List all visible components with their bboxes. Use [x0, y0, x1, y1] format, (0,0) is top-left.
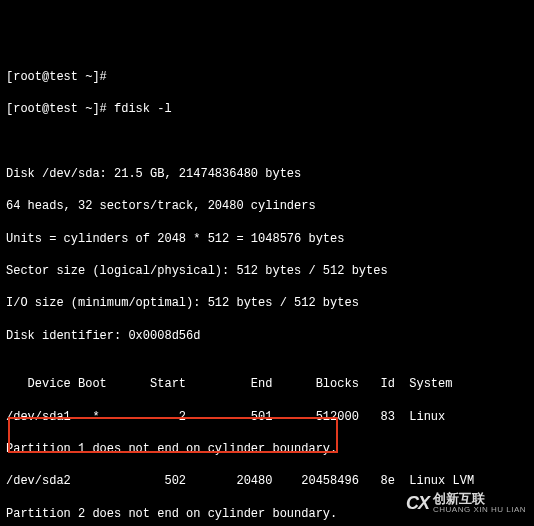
sda-sector: Sector size (logical/physical): 512 byte…: [6, 263, 528, 279]
command-line: [root@test ~]# fdisk -l: [6, 101, 528, 117]
watermark-logo-icon: CX: [406, 491, 429, 515]
watermark-text-pinyin: CHUANG XIN HU LIAN: [433, 505, 526, 516]
watermark: CX 创新互联 CHUANG XIN HU LIAN: [406, 490, 526, 516]
sda-header: Disk /dev/sda: 21.5 GB, 21474836480 byte…: [6, 166, 528, 182]
partition-warning-1: Partition 1 does not end on cylinder bou…: [6, 441, 528, 457]
sda-geom: 64 heads, 32 sectors/track, 20480 cylind…: [6, 198, 528, 214]
partition-row-sda2: /dev/sda2 502 20480 20458496 8e Linux LV…: [6, 473, 528, 489]
partition-table-header: Device Boot Start End Blocks Id System: [6, 376, 528, 392]
sda-units: Units = cylinders of 2048 * 512 = 104857…: [6, 231, 528, 247]
prompt-line: [root@test ~]#: [6, 69, 528, 85]
sda-identifier: Disk identifier: 0x0008d56d: [6, 328, 528, 344]
partition-row-sda1: /dev/sda1 * 2 501 512000 83 Linux: [6, 409, 528, 425]
sda-io: I/O size (minimum/optimal): 512 bytes / …: [6, 295, 528, 311]
